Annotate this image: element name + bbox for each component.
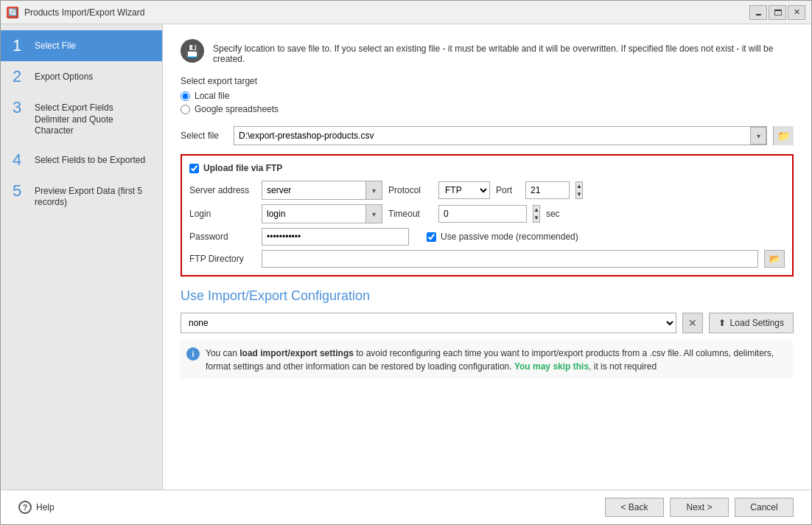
password-label: Password: [189, 232, 256, 242]
load-settings-label: Load Settings: [730, 318, 784, 328]
sidebar-item-select-file[interactable]: 1 Select File: [1, 30, 162, 61]
help-icon: ?: [18, 501, 32, 514]
ftp-row-password: Password Use passive mode (recommended): [189, 228, 785, 246]
sidebar-label-2: Export Options: [35, 69, 93, 83]
load-settings-icon: ⬆: [718, 318, 726, 328]
protocol-select[interactable]: FTP SFTP FTPS: [438, 181, 490, 199]
info-note-text: You can load import/export settings to a…: [206, 347, 788, 373]
step-number-2: 2: [13, 69, 27, 85]
step-number-1: 1: [13, 38, 27, 54]
next-button[interactable]: Next >: [670, 498, 729, 517]
step-number-4: 4: [13, 152, 27, 168]
port-down-button[interactable]: ▼: [576, 190, 582, 198]
sec-label: sec: [546, 209, 560, 219]
port-label: Port: [496, 185, 519, 195]
back-button[interactable]: < Back: [605, 498, 664, 517]
help-label: Help: [36, 502, 55, 512]
ftp-section: Upload file via FTP Server address ▾ Pro…: [181, 154, 794, 277]
sidebar-item-delimiter[interactable]: 3 Select Export Fields Delimiter and Quo…: [1, 92, 162, 145]
restore-button[interactable]: 🗖: [769, 5, 786, 20]
info-bar: 💾 Specify location to save file to. If y…: [181, 39, 794, 64]
sidebar-label-4: Select Fields to be Exported: [35, 152, 145, 167]
radio-google[interactable]: Google spreadsheets: [181, 104, 794, 114]
config-row: none ✕ ⬆ Load Settings: [181, 313, 794, 333]
footer-buttons: < Back Next > Cancel: [605, 498, 794, 517]
file-select-label: Select file: [181, 131, 228, 141]
login-label: Login: [189, 209, 256, 219]
title-bar: 🔄 Products Import/Export Wizard 🗕 🗖 ✕: [1, 1, 811, 24]
config-clear-button[interactable]: ✕: [682, 313, 703, 333]
sidebar-item-preview[interactable]: 5 Preview Export Data (first 5 records): [1, 175, 162, 216]
disk-icon: 💾: [181, 39, 204, 63]
window-controls: 🗕 🗖 ✕: [749, 5, 805, 20]
info-circle-icon: i: [186, 347, 200, 361]
help-button[interactable]: ? Help: [18, 501, 55, 514]
export-target-label: Select export target: [181, 76, 794, 86]
ftp-row-directory: FTP Directory 📂: [189, 250, 785, 268]
protocol-label: Protocol: [388, 185, 433, 195]
main-window: 🔄 Products Import/Export Wizard 🗕 🗖 ✕ 1 …: [0, 0, 812, 525]
sidebar-label-1: Select File: [35, 38, 76, 52]
port-input[interactable]: [525, 181, 570, 199]
info-note-suffix: , it is not required: [589, 361, 657, 372]
content-area: 💾 Specify location to save file to. If y…: [163, 24, 811, 490]
file-select-row: Select file ▾ 📁: [181, 126, 794, 145]
config-section-title: Use Import/Export Configuration: [181, 288, 794, 304]
app-icon: 🔄: [7, 7, 18, 18]
ftp-fields: Server address ▾ Protocol FTP SFTP FTPS …: [189, 181, 785, 268]
step-number-5: 5: [13, 183, 27, 199]
sidebar-item-export-options[interactable]: 2 Export Options: [1, 61, 162, 92]
timeout-label: Timeout: [388, 209, 433, 219]
sidebar-item-fields[interactable]: 4 Select Fields to be Exported: [1, 145, 162, 175]
passive-mode-checkbox[interactable]: [427, 232, 436, 242]
server-dropdown-arrow[interactable]: ▾: [365, 181, 382, 199]
sidebar-label-5: Preview Export Data (first 5 records): [35, 183, 150, 209]
file-dropdown-arrow[interactable]: ▾: [750, 127, 766, 145]
ftp-dir-label: FTP Directory: [189, 254, 256, 264]
login-dropdown-arrow[interactable]: ▾: [365, 205, 382, 223]
radio-local-label: Local file: [195, 91, 229, 101]
sidebar: 1 Select File 2 Export Options 3 Select …: [1, 24, 163, 490]
sidebar-label-3: Select Export Fields Delimiter and Quote…: [35, 100, 150, 137]
password-input[interactable]: [262, 228, 409, 246]
file-path-input[interactable]: [234, 127, 750, 145]
config-select[interactable]: none: [181, 313, 676, 333]
port-up-button[interactable]: ▲: [576, 182, 582, 190]
load-settings-button[interactable]: ⬆ Load Settings: [709, 313, 794, 333]
radio-local-input[interactable]: [181, 91, 190, 101]
ftp-dir-input[interactable]: [262, 250, 758, 268]
timeout-spin-buttons: ▲ ▼: [533, 205, 540, 223]
close-button[interactable]: ✕: [788, 5, 805, 20]
file-browse-button[interactable]: 📁: [773, 126, 794, 145]
ftp-header-label: Upload file via FTP: [203, 163, 282, 173]
cancel-button[interactable]: Cancel: [735, 498, 794, 517]
login-input[interactable]: [262, 205, 365, 223]
login-input-group: ▾: [262, 204, 382, 223]
ftp-checkbox[interactable]: [189, 164, 199, 173]
info-note-prefix: You can: [206, 348, 239, 358]
port-spin-buttons: ▲ ▼: [575, 181, 583, 199]
footer: ? Help < Back Next > Cancel: [1, 490, 811, 524]
timeout-down-button[interactable]: ▼: [533, 214, 539, 222]
ftp-dir-browse-button[interactable]: 📂: [764, 250, 785, 268]
radio-google-input[interactable]: [181, 105, 190, 114]
main-content: 1 Select File 2 Export Options 3 Select …: [1, 24, 811, 490]
title-bar-left: 🔄 Products Import/Export Wizard: [7, 7, 144, 18]
ftp-row-login: Login ▾ Timeout ▲ ▼ sec: [189, 204, 785, 223]
server-input-group: ▾: [262, 181, 382, 200]
step-number-3: 3: [13, 100, 27, 116]
file-input-combo: ▾: [234, 126, 767, 145]
ftp-header: Upload file via FTP: [189, 163, 785, 173]
timeout-input[interactable]: [438, 205, 527, 223]
config-section: Use Import/Export Configuration none ✕ ⬆…: [181, 288, 794, 379]
info-note: i You can load import/export settings to…: [181, 341, 794, 379]
info-note-skip: You may skip this: [514, 361, 589, 372]
info-text: Specify location to save file to. If you…: [213, 39, 794, 64]
info-note-bold: load import/export settings: [239, 348, 354, 358]
server-address-input[interactable]: [262, 181, 365, 199]
timeout-up-button[interactable]: ▲: [533, 206, 539, 214]
ftp-row-server: Server address ▾ Protocol FTP SFTP FTPS …: [189, 181, 785, 200]
passive-mode-label: Use passive mode (recommended): [441, 232, 578, 242]
radio-local-file[interactable]: Local file: [181, 91, 794, 101]
minimize-button[interactable]: 🗕: [749, 5, 767, 20]
